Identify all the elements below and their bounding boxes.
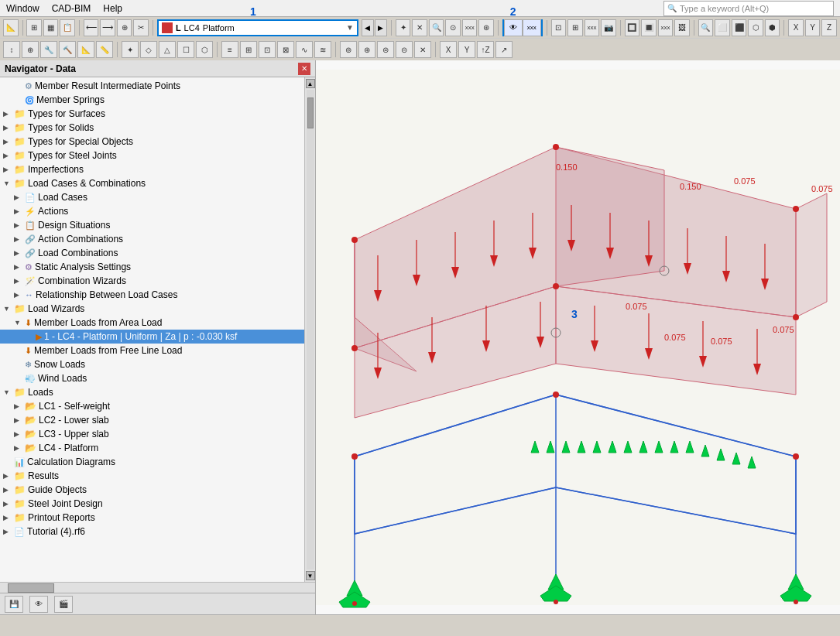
tb-btn-14[interactable]: ⊛ xyxy=(478,19,494,36)
tb-btn-19[interactable]: 🔲 xyxy=(625,19,640,36)
load-case-prev[interactable]: ◀ xyxy=(362,19,374,36)
eye-btn[interactable]: 👁 xyxy=(29,596,48,613)
scroll-thumb[interactable] xyxy=(307,97,314,128)
tree-item-types-solids[interactable]: ▶📁Types for Solids xyxy=(0,121,304,135)
keyword-search-box[interactable]: 🔍 Type a keyword (Alt+Q) xyxy=(663,1,834,16)
tb2-btn-12[interactable]: ≡ xyxy=(221,41,238,58)
h-scrollbar-thumb[interactable] xyxy=(8,583,54,593)
tree-item-member-loads-free[interactable]: ▶⬇Member Loads from Free Line Load xyxy=(0,344,304,357)
tree-item-load-cases-combinations[interactable]: ▼📁Load Cases & Combinations xyxy=(0,176,304,190)
tb-btn-16[interactable]: ⊞ xyxy=(567,19,583,36)
camera-btn[interactable]: 🎬 xyxy=(54,596,73,613)
tree-item-lc1-self[interactable]: ▶📂LC1 - Self-weight xyxy=(0,399,304,413)
tree-item-types-special[interactable]: ▶📁Types for Special Objects xyxy=(0,135,304,149)
tree-item-snow-loads[interactable]: ▶❄Snow Loads xyxy=(0,357,304,371)
view-btn-xxx[interactable]: xxx xyxy=(523,19,541,36)
tb2-btn-11[interactable]: ⬡ xyxy=(196,41,213,58)
save-btn[interactable]: 💾 xyxy=(5,596,23,613)
tree-item-lc4-platform2[interactable]: ▶📂LC4 - Platform xyxy=(0,441,304,455)
tb-btn-27[interactable]: ⬢ xyxy=(765,19,780,36)
tb2-btn-17[interactable]: ≋ xyxy=(314,41,331,58)
tb-btn-18[interactable]: 📷 xyxy=(601,19,616,36)
tree-item-loads[interactable]: ▼📁Loads xyxy=(0,385,304,399)
tree-item-actions[interactable]: ▶⚡Actions xyxy=(0,204,304,218)
scroll-down-btn[interactable]: ▼ xyxy=(306,571,315,580)
tree-item-imperfections[interactable]: ▶📁Imperfections xyxy=(0,162,304,176)
tb-btn-5[interactable]: ⟵ xyxy=(84,19,99,36)
tree-item-member-springs[interactable]: ▶🌀Member Springs xyxy=(0,93,304,107)
tb-btn-10[interactable]: ✕ xyxy=(412,19,427,36)
tree-item-guide-objects[interactable]: ▶📁Guide Objects xyxy=(0,483,304,497)
tb2-btn-23[interactable]: X xyxy=(440,41,457,58)
tree-item-wind-loads[interactable]: ▶💨Wind Loads xyxy=(0,371,304,385)
tb2-btn-10[interactable]: ☐ xyxy=(177,41,194,58)
load-case-next[interactable]: ▶ xyxy=(375,19,387,36)
tree-item-results[interactable]: ▶📁Results xyxy=(0,469,304,483)
tb-btn-29[interactable]: Y xyxy=(805,19,821,36)
tree-item-relationship-loads[interactable]: ▶↔Relationship Between Load Cases xyxy=(0,288,304,302)
tb-btn-30[interactable]: Z xyxy=(821,19,837,36)
tb2-btn-26[interactable]: ↗ xyxy=(495,41,513,58)
tb-btn-7[interactable]: ⊕ xyxy=(117,19,132,36)
tb2-btn-2[interactable]: ⊕ xyxy=(22,41,39,58)
tree-item-load-cases[interactable]: ▶📄Load Cases xyxy=(0,190,304,204)
tb-btn-24[interactable]: ⬜ xyxy=(715,19,730,36)
tb-btn-25[interactable]: ⬛ xyxy=(732,19,747,36)
view-selector[interactable]: 👁 xxx xyxy=(502,19,543,36)
tree-item-tutorial[interactable]: ▶📄Tutorial (4).rf6 xyxy=(0,525,304,539)
tree-item-calc-diagrams[interactable]: ▶📊Calculation Diagrams xyxy=(0,455,304,469)
tb2-btn-22[interactable]: ✕ xyxy=(414,41,431,58)
view-btn-eye[interactable]: 👁 xyxy=(504,19,523,36)
tb-btn-13[interactable]: xxx xyxy=(462,19,478,36)
tb2-btn-19[interactable]: ⊛ xyxy=(358,41,375,58)
tb2-btn-6[interactable]: 📏 xyxy=(96,41,113,58)
tree-item-types-surfaces[interactable]: ▶📁Types for Surfaces xyxy=(0,107,304,121)
tb-btn-21[interactable]: xxx xyxy=(658,19,674,36)
tb2-btn-20[interactable]: ⊜ xyxy=(377,41,394,58)
tb2-btn-13[interactable]: ⊞ xyxy=(240,41,257,58)
tb-btn-1[interactable]: 📐 xyxy=(3,19,19,36)
tb-btn-9[interactable]: ✦ xyxy=(396,19,411,36)
tree-item-static-analysis[interactable]: ▶⚙Static Analysis Settings xyxy=(0,260,304,274)
tb-btn-8[interactable]: ✂ xyxy=(133,19,149,36)
nav-close-btn[interactable]: ✕ xyxy=(298,63,310,75)
load-case-dropdown-arrow[interactable]: ▼ xyxy=(346,23,354,32)
tb-btn-23[interactable]: 🔍 xyxy=(698,19,714,36)
tb-btn-28[interactable]: X xyxy=(788,19,804,36)
tb-btn-26[interactable]: ⬡ xyxy=(748,19,763,36)
tree-item-load-combinations[interactable]: ▶🔗Load Combinations xyxy=(0,246,304,260)
tb-btn-4[interactable]: 📋 xyxy=(60,19,75,36)
menu-cadbim[interactable]: CAD-BIM xyxy=(52,3,91,14)
menu-window[interactable]: Window xyxy=(6,3,39,14)
tb-btn-17[interactable]: xxx xyxy=(585,19,600,36)
tb2-btn-24[interactable]: Y xyxy=(458,41,475,58)
tree-item-load-wizards[interactable]: ▼📁Load Wizards xyxy=(0,302,304,316)
tb-btn-6[interactable]: ⟶ xyxy=(100,19,115,36)
tb2-btn-21[interactable]: ⊝ xyxy=(396,41,413,58)
tb-btn-2[interactable]: ⊞ xyxy=(26,19,42,36)
tb-btn-3[interactable]: ▦ xyxy=(43,19,59,36)
tb-btn-11[interactable]: 🔍 xyxy=(429,19,444,36)
tree-item-lc2-lower[interactable]: ▶📂LC2 - Lower slab xyxy=(0,413,304,427)
tb-btn-22[interactable]: 🖼 xyxy=(674,19,690,36)
tb2-btn-16[interactable]: ∿ xyxy=(296,41,313,58)
tree-item-member-loads-area[interactable]: ▼⬇Member Loads from Area Load xyxy=(0,316,304,330)
tb2-btn-5[interactable]: 📐 xyxy=(77,41,94,58)
tb2-btn-4[interactable]: 🔨 xyxy=(59,41,76,58)
tb2-btn-8[interactable]: ◇ xyxy=(140,41,157,58)
tb-btn-15[interactable]: ⊡ xyxy=(551,19,567,36)
menu-help[interactable]: Help xyxy=(103,3,122,14)
scroll-up-btn[interactable]: ▲ xyxy=(306,79,315,88)
tb2-btn-15[interactable]: ⊠ xyxy=(277,41,294,58)
tb2-btn-18[interactable]: ⊚ xyxy=(340,41,357,58)
tb-btn-12[interactable]: ⊙ xyxy=(445,19,461,36)
tb2-btn-3[interactable]: 🔧 xyxy=(40,41,57,58)
tree-item-printout-reports[interactable]: ▶📁Printout Reports xyxy=(0,511,304,525)
tree-item-types-steel[interactable]: ▶📁Types for Steel Joints xyxy=(0,149,304,162)
tree-item-member-result-intermediate[interactable]: ▶⚙Member Result Intermediate Points xyxy=(0,79,304,93)
tb2-btn-25[interactable]: ↑Z xyxy=(477,41,494,58)
load-case-selector[interactable]: L LC4 Platform ▼ xyxy=(157,19,358,36)
tree-item-lc4-platform[interactable]: ▶▶1 - LC4 - Platform | Uniform | Za | p … xyxy=(0,330,304,344)
tree-item-action-combinations[interactable]: ▶🔗Action Combinations xyxy=(0,232,304,246)
tb2-btn-7[interactable]: ✦ xyxy=(122,41,139,58)
